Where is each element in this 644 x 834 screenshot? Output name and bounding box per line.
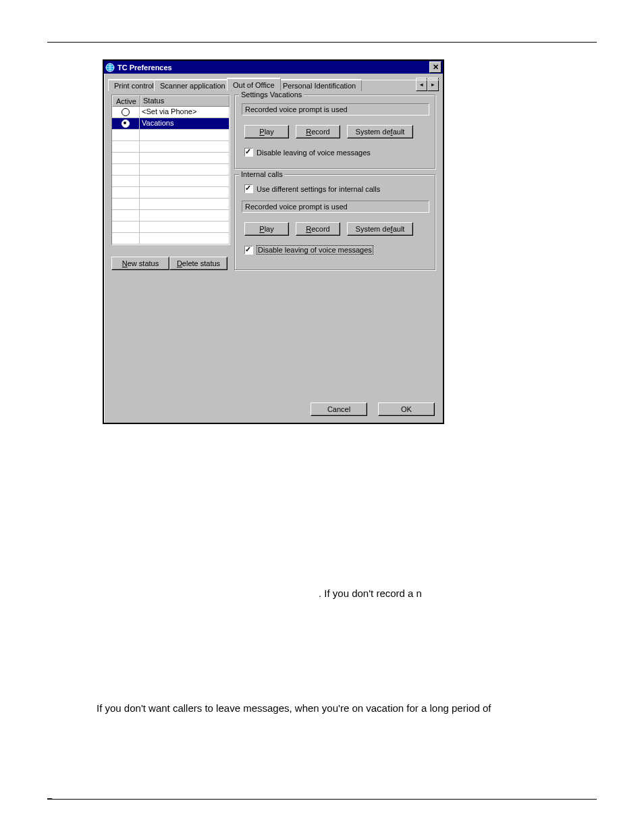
page-number: – [47,793,52,803]
internal-calls-group: Internal calls Use different settings fo… [234,174,435,270]
col-status[interactable]: Status [140,95,230,107]
checkbox-label: Disable leaving of voice messages [257,245,373,255]
radio-icon[interactable] [122,108,130,116]
record-button[interactable]: Record [296,125,340,138]
table-header: Active Status [112,95,230,107]
status-cell: <Set via Phone> [140,107,230,118]
play-button-internal[interactable]: Play [244,222,289,236]
body-fragment-1: . If you don't record a n [319,588,422,599]
settings-group: Settings Vacations Recorded voice prompt… [234,95,435,169]
body-fragment-2: If you don't want callers to leave messa… [97,702,491,714]
prompt-state-field: Recorded voice prompt is used [242,103,429,115]
system-default-button-internal[interactable]: System default [347,222,413,236]
radio-icon[interactable] [122,120,130,128]
new-status-button[interactable]: New status [111,257,169,270]
checkbox-label: Use different settings for internal call… [257,185,380,193]
status-table[interactable]: Active Status <Set via Phone> Vacations [111,95,230,245]
globe-icon [105,63,115,72]
tab-out-of-office[interactable]: Out of Office [227,78,281,90]
window-title: TC Preferences [117,63,172,72]
close-button[interactable]: ✕ [429,61,441,73]
checkbox-icon [244,148,253,157]
prompt-state-field: Recorded voice prompt is used [242,201,429,213]
ok-button[interactable]: OK [378,402,435,416]
preferences-dialog: TC Preferences ✕ Print control Scanner a… [103,59,444,424]
bottom-rule [47,799,597,800]
delete-status-button[interactable]: Delete status [169,257,227,270]
disable-messages-internal-checkbox[interactable]: Disable leaving of voice messages [244,245,373,255]
status-cell: Vacations [140,118,230,130]
table-row[interactable]: <Set via Phone> [112,107,230,118]
checkbox-icon [244,184,253,193]
use-internal-checkbox[interactable]: Use different settings for internal call… [244,184,380,193]
disable-messages-checkbox[interactable]: Disable leaving of voice messages [244,148,371,157]
group-legend: Settings Vacations [239,90,304,99]
record-button-internal[interactable]: Record [296,222,340,236]
col-active[interactable]: Active [112,95,140,107]
titlebar[interactable]: TC Preferences ✕ [104,61,443,74]
system-default-button[interactable]: System default [347,125,413,138]
top-rule [47,42,597,43]
group-legend: Internal calls [239,170,285,178]
checkbox-icon [244,246,253,255]
table-row[interactable]: Vacations [112,118,230,130]
checkbox-label: Disable leaving of voice messages [257,149,371,157]
cancel-button[interactable]: Cancel [311,402,367,416]
close-icon: ✕ [433,63,439,71]
play-button[interactable]: Play [244,125,289,138]
